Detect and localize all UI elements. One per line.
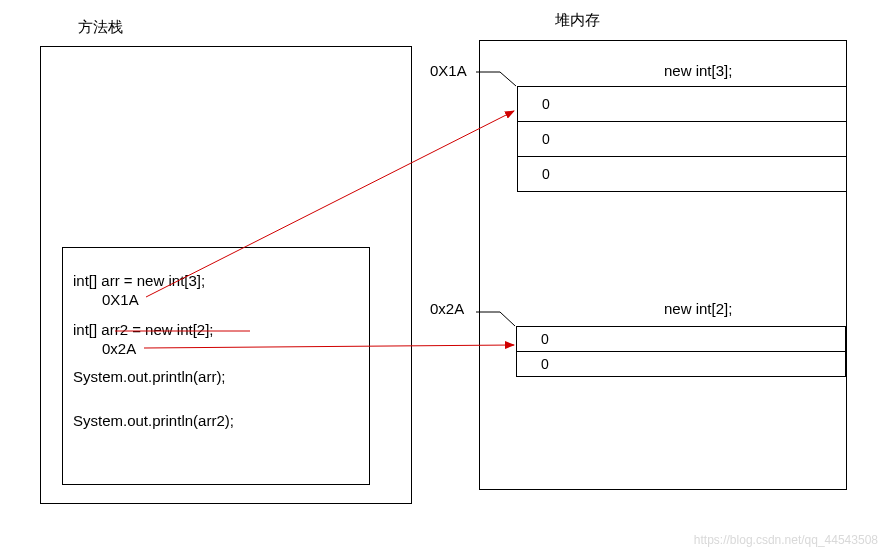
code-addr-arr2: 0x2A: [102, 340, 136, 357]
diagram-container: 方法栈 堆内存 main 方法 int[] arr = new int[3]; …: [0, 0, 886, 553]
code-addr-arr: 0X1A: [102, 291, 139, 308]
heap-block2-table: 0 0: [516, 326, 846, 377]
watermark: https://blog.csdn.net/qq_44543508: [694, 533, 878, 547]
stack-title: 方法栈: [78, 18, 123, 37]
table-row: 0: [517, 352, 845, 376]
code-line-arr-decl: int[] arr = new int[3];: [73, 272, 205, 289]
table-row: 0: [517, 327, 845, 352]
table-row: 0: [518, 157, 846, 191]
table-row: 0: [518, 122, 846, 157]
code-line-println-arr: System.out.println(arr);: [73, 368, 226, 385]
heap-title: 堆内存: [555, 11, 600, 30]
code-line-println-arr2: System.out.println(arr2);: [73, 412, 234, 429]
heap-block2-address: 0x2A: [430, 300, 464, 317]
table-row: 0: [518, 87, 846, 122]
heap-block2-declaration: new int[2];: [664, 300, 732, 317]
heap-block1-declaration: new int[3];: [664, 62, 732, 79]
heap-block1-table: 0 0 0: [517, 86, 847, 192]
code-line-arr2-decl: int[] arr2 = new int[2];: [73, 321, 214, 338]
heap-block1-address: 0X1A: [430, 62, 467, 79]
